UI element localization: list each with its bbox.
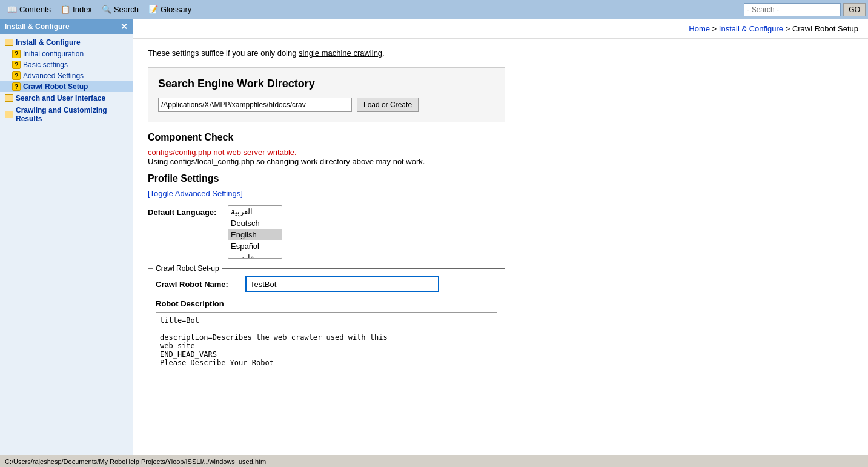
- language-option-ar[interactable]: العربية: [228, 206, 282, 217]
- help-icon-crawl: ?: [12, 82, 21, 91]
- robot-name-label: Crawl Robot Name:: [156, 280, 240, 289]
- toolbar-search-label: Search: [114, 5, 139, 14]
- robot-desc-textarea[interactable]: [156, 312, 497, 455]
- toggle-advanced-link[interactable]: [Toggle Advanced Settings]: [148, 189, 243, 198]
- toolbar-index-label: Index: [73, 5, 92, 14]
- sidebar-install-configure[interactable]: Install & Configure: [0, 36, 133, 48]
- main-layout: Install & Configure ✕ Install & Configur…: [0, 19, 868, 455]
- sidebar-header: Install & Configure ✕: [0, 19, 133, 34]
- crawl-robot-section: Crawl Robot Set-up Crawl Robot Name: Rob…: [148, 268, 505, 455]
- toolbar-contents-label: Contents: [19, 5, 51, 14]
- sidebar-install-configure-label: Install & Configure: [16, 38, 81, 47]
- section2-title: Component Check: [148, 132, 853, 143]
- language-section: Default Language: العربية Deutsch Englis…: [148, 205, 853, 259]
- language-label: Default Language:: [148, 205, 220, 217]
- language-option-en[interactable]: English: [228, 229, 282, 240]
- status-url: C:/Users/rajeshesp/Documents/My RoboHelp…: [5, 458, 266, 465]
- breadcrumb-install-configure[interactable]: Install & Configure: [719, 24, 783, 33]
- language-option-de[interactable]: Deutsch: [228, 217, 282, 229]
- folder-icon-2: [5, 94, 13, 102]
- breadcrumb-current: Crawl Robot Setup: [792, 24, 858, 33]
- load-create-button[interactable]: Load or Create: [357, 98, 419, 112]
- sidebar-search-label: Search and User Interface: [16, 94, 105, 102]
- work-dir-section: Search Engine Work Directory Load or Cre…: [148, 67, 505, 122]
- content-area: Home > Install & Configure > Crawl Robot…: [133, 19, 868, 455]
- glossary-icon: 📝: [148, 5, 158, 15]
- sidebar-item-basic-label: Basic settings: [23, 61, 68, 69]
- language-option-es[interactable]: Español: [228, 240, 282, 252]
- breadcrumb-home[interactable]: Home: [689, 24, 710, 33]
- sidebar-item-initial-label: Initial configuration: [23, 50, 84, 58]
- folder-icon-3: [5, 111, 13, 118]
- search-icon: 🔍: [102, 5, 111, 15]
- sidebar-item-advanced-label: Advanced Settings: [23, 71, 84, 80]
- search-input[interactable]: [744, 3, 841, 16]
- intro-text: These settings suffice if you are only d…: [148, 48, 853, 58]
- toolbar-contents[interactable]: 📖 Contents: [2, 4, 56, 16]
- robot-desc-label: Robot Description: [156, 299, 497, 308]
- work-dir-input[interactable]: [158, 98, 352, 112]
- toolbar-search[interactable]: 🔍 Search: [97, 4, 144, 16]
- sidebar-item-basic-settings[interactable]: ? Basic settings: [0, 59, 133, 70]
- sidebar-item-crawl-label: Crawl Robot Setup: [23, 82, 88, 91]
- sidebar-item-initial-config[interactable]: ? Initial configuration: [0, 48, 133, 59]
- sidebar-section: Install & Configure ? Initial configurat…: [0, 34, 133, 127]
- toolbar: 📖 Contents 📋 Index 🔍 Search 📝 Glossary G…: [0, 0, 868, 19]
- robot-name-row: Crawl Robot Name:: [156, 276, 497, 292]
- robot-name-input[interactable]: [245, 276, 439, 292]
- toolbar-glossary-label: Glossary: [161, 5, 191, 14]
- help-icon-advanced: ?: [12, 71, 21, 80]
- sidebar-title: Install & Configure: [5, 22, 70, 31]
- breadcrumb: Home > Install & Configure > Crawl Robot…: [133, 19, 868, 39]
- breadcrumb-sep1: >: [710, 24, 719, 33]
- toolbar-glossary[interactable]: 📝 Glossary: [144, 4, 196, 16]
- section1-title: Search Engine Work Directory: [158, 78, 495, 90]
- crawl-robot-legend: Crawl Robot Set-up: [153, 264, 222, 273]
- language-option-fa[interactable]: فارسی: [228, 252, 282, 259]
- sidebar-crawling-label: Crawling and Customizing Results: [16, 106, 128, 123]
- page-content: These settings suffice if you are only d…: [133, 39, 868, 455]
- status-bar: C:/Users/rajeshesp/Documents/My RoboHelp…: [0, 455, 868, 467]
- sidebar-item-crawl-robot[interactable]: ? Crawl Robot Setup: [0, 81, 133, 92]
- list-icon: 📋: [61, 5, 70, 15]
- breadcrumb-sep2: >: [783, 24, 792, 33]
- sidebar-search-user-interface[interactable]: Search and User Interface: [0, 92, 133, 104]
- folder-icon: [5, 39, 13, 46]
- toolbar-index[interactable]: 📋 Index: [56, 4, 97, 16]
- sidebar-item-advanced-settings[interactable]: ? Advanced Settings: [0, 70, 133, 81]
- language-select[interactable]: العربية Deutsch English Español فارسی Fr…: [228, 205, 282, 259]
- search-area: GO: [744, 3, 866, 16]
- warning-text: Using configs/local_config.php so changi…: [148, 157, 853, 166]
- sidebar: Install & Configure ✕ Install & Configur…: [0, 19, 133, 455]
- book-icon: 📖: [7, 5, 17, 15]
- work-dir-row: Load or Create: [158, 98, 495, 112]
- go-button[interactable]: GO: [843, 3, 866, 16]
- help-icon-initial: ?: [12, 50, 21, 58]
- sidebar-close-button[interactable]: ✕: [121, 22, 128, 31]
- help-icon-basic: ?: [12, 61, 21, 69]
- error-text: configs/config.php not web server writab…: [148, 148, 853, 157]
- sidebar-crawling-customizing[interactable]: Crawling and Customizing Results: [0, 104, 133, 125]
- section3-title: Profile Settings: [148, 173, 853, 184]
